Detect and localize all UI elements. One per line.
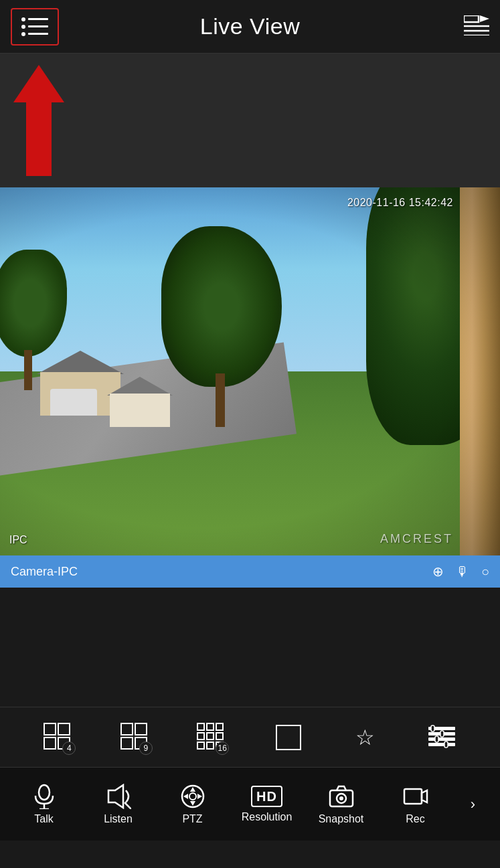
menu-icon xyxy=(21,17,48,36)
star-icon: ☆ xyxy=(355,727,375,748)
rec-button[interactable]: Rec xyxy=(389,771,442,838)
ptz-icon xyxy=(180,784,205,809)
camera-feed: 2020-11-16 15:42:42 IPC AMCREST xyxy=(0,187,500,555)
svg-rect-28 xyxy=(404,789,422,804)
listen-button[interactable]: Listen xyxy=(92,771,145,838)
zoom-icon[interactable]: ⊕ xyxy=(432,563,444,580)
talk-icon xyxy=(31,784,57,809)
svg-rect-0 xyxy=(464,15,479,22)
bottom-toolbar: Talk Listen PTZ HD Resolution xyxy=(0,767,500,841)
camera-scene: 2020-11-16 15:42:42 IPC AMCREST xyxy=(0,187,500,555)
arrow-area xyxy=(0,54,500,187)
camera-name: Camera-IPC xyxy=(11,565,78,579)
hd-badge: HD xyxy=(251,786,282,807)
ipc-label: IPC xyxy=(9,534,27,546)
rec-icon xyxy=(403,784,428,809)
video-list-icon[interactable] xyxy=(464,15,489,38)
camera-info-bar: Camera-IPC ⊕ 🎙 ○ xyxy=(0,555,500,588)
grid-9-badge: 9 xyxy=(139,742,153,755)
ptz-button[interactable]: PTZ xyxy=(166,771,220,838)
grid-9-button[interactable]: 9 xyxy=(112,714,159,761)
more-button[interactable]: › xyxy=(463,771,483,838)
svg-rect-8 xyxy=(428,743,455,746)
snapshot-icon xyxy=(329,784,354,809)
favorite-button[interactable]: ☆ xyxy=(341,714,388,761)
ptz-label: PTZ xyxy=(182,813,202,825)
svg-rect-7 xyxy=(428,737,455,741)
svg-point-20 xyxy=(189,793,196,800)
talk-button[interactable]: Talk xyxy=(17,771,71,838)
talk-label: Talk xyxy=(34,813,53,825)
svg-point-27 xyxy=(339,796,343,800)
microphone-icon[interactable]: 🎙 xyxy=(456,564,469,580)
svg-point-13 xyxy=(39,785,50,800)
single-view-button[interactable] xyxy=(265,714,312,761)
svg-marker-21 xyxy=(190,787,195,792)
header-right xyxy=(441,15,489,38)
red-up-arrow xyxy=(13,65,64,176)
rec-label: Rec xyxy=(406,813,424,825)
grid-4-icon: 4 xyxy=(44,723,73,752)
svg-marker-23 xyxy=(183,794,188,799)
grid-16-button[interactable]: 16 xyxy=(188,714,235,761)
settings-icon xyxy=(427,723,456,752)
middle-area xyxy=(0,588,500,707)
camera-controls: ⊕ 🎙 ○ xyxy=(432,563,489,580)
resolution-button[interactable]: HD Resolution xyxy=(240,771,294,838)
listen-icon xyxy=(106,784,131,809)
resolution-label: Resolution xyxy=(242,811,293,823)
grid-16-badge: 16 xyxy=(216,742,229,755)
svg-marker-29 xyxy=(422,790,427,802)
svg-marker-24 xyxy=(197,794,202,799)
single-view-icon xyxy=(276,725,301,750)
svg-line-17 xyxy=(124,802,131,809)
grid-4-badge: 4 xyxy=(62,742,76,755)
svg-rect-10 xyxy=(440,731,444,737)
header: Live View xyxy=(0,0,500,54)
amcrest-watermark: AMCREST xyxy=(380,532,453,546)
svg-marker-16 xyxy=(108,785,123,808)
more-chevron-icon: › xyxy=(471,796,475,813)
svg-marker-1 xyxy=(480,15,489,22)
settings-button[interactable] xyxy=(418,714,465,761)
menu-button[interactable] xyxy=(11,8,59,46)
grid-16-icon: 16 xyxy=(197,723,226,752)
svg-rect-9 xyxy=(431,725,434,731)
page-title: Live View xyxy=(200,13,300,39)
grid-9-icon: 9 xyxy=(120,723,150,752)
camera-timestamp: 2020-11-16 15:42:42 xyxy=(347,197,453,209)
listen-label: Listen xyxy=(104,813,133,825)
snapshot-label: Snapshot xyxy=(319,813,364,825)
record-circle-icon[interactable]: ○ xyxy=(481,564,489,580)
svg-marker-22 xyxy=(190,801,195,806)
grid-4-button[interactable]: 4 xyxy=(35,714,82,761)
snapshot-button[interactable]: Snapshot xyxy=(315,771,368,838)
grid-toolbar: 4 9 xyxy=(0,707,500,767)
svg-rect-12 xyxy=(444,742,448,748)
svg-rect-11 xyxy=(435,736,438,742)
